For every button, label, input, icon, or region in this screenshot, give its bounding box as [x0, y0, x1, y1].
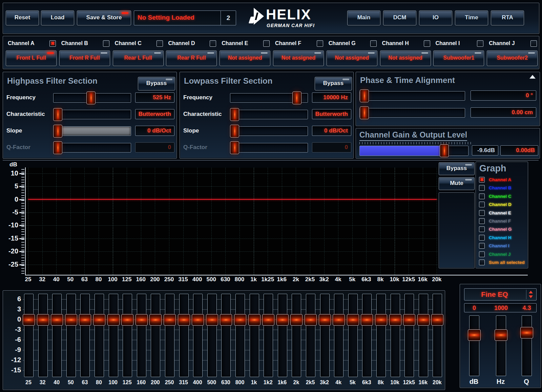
eq-band-6k3-slider[interactable] [362, 294, 372, 377]
nav-main-button[interactable]: Main [347, 11, 380, 25]
eq-band-80-handle[interactable] [93, 314, 105, 326]
lp-slope-slider[interactable] [230, 126, 308, 136]
eq-band-16k-slider[interactable] [419, 294, 428, 377]
nav-dcm-button[interactable]: DCM [383, 11, 416, 25]
eq-band-63-slider[interactable] [80, 294, 90, 377]
fine-eq-db-handle[interactable] [468, 329, 481, 341]
legend-checkbox-channel-f[interactable] [479, 218, 485, 224]
graph-bypass-button[interactable]: Bypass [439, 162, 475, 175]
eq-band-63-handle[interactable] [79, 314, 91, 326]
nav-time-button[interactable]: Time [455, 11, 488, 25]
channel-checkbox-channel-a[interactable] [49, 40, 56, 47]
eq-band-4k-handle[interactable] [333, 314, 345, 326]
eq-band-10k-handle[interactable] [389, 314, 401, 326]
eq-band-25-handle[interactable] [23, 314, 35, 326]
fine-eq-selector[interactable]: Fine EQ [464, 288, 537, 301]
channel-checkbox-channel-h[interactable] [424, 40, 430, 47]
legend-checkbox-channel-c[interactable] [479, 193, 485, 199]
channel-checkbox-channel-g[interactable] [370, 40, 377, 47]
lp-frequency-slider[interactable] [230, 93, 308, 103]
spinner-down-icon[interactable] [529, 295, 533, 298]
legend-checkbox-sum-all-selected[interactable] [479, 260, 485, 265]
eq-band-25-slider[interactable] [24, 294, 34, 377]
legend-checkbox-channel-d[interactable] [479, 202, 485, 207]
lp-q-factor-handle[interactable] [230, 141, 239, 154]
channel-assign-button-channel-c[interactable]: Rear L Full [113, 50, 164, 66]
eq-band-250-handle[interactable] [164, 314, 176, 326]
eq-band-630-slider[interactable] [221, 294, 231, 377]
nav-io-button[interactable]: IO [419, 11, 452, 25]
legend-checkbox-channel-e[interactable] [479, 210, 485, 216]
channel-assign-button-channel-f[interactable]: Not assigned [273, 50, 324, 66]
eq-band-1k-slider[interactable] [250, 294, 259, 377]
channel-checkbox-channel-b[interactable] [103, 40, 109, 47]
eq-band-400-handle[interactable] [192, 314, 204, 326]
eq-band-40-handle[interactable] [51, 314, 63, 326]
eq-band-50-slider[interactable] [66, 294, 76, 377]
eq-band-250-slider[interactable] [165, 294, 174, 377]
fine-eq-q-slider[interactable] [522, 315, 532, 376]
eq-band-1k2-slider[interactable] [264, 294, 273, 377]
eq-band-800-handle[interactable] [234, 314, 246, 326]
eq-band-20k-slider[interactable] [433, 294, 442, 377]
eq-band-16k-handle[interactable] [417, 314, 430, 326]
hp-characteristic-slider[interactable] [53, 110, 131, 119]
lp-characteristic-handle[interactable] [230, 108, 239, 121]
channel-assign-button-channel-h[interactable]: Not assigned [380, 50, 431, 66]
eq-band-125-slider[interactable] [123, 294, 132, 377]
eq-band-400-slider[interactable] [193, 294, 203, 377]
channel-checkbox-channel-d[interactable] [210, 40, 216, 47]
channel-assign-button-channel-b[interactable]: Front R Full [59, 50, 110, 66]
phase-delay-slider[interactable] [359, 108, 465, 118]
eq-band-500-slider[interactable] [207, 294, 217, 377]
hp-frequency-handle[interactable] [86, 91, 96, 104]
channel-assign-button-channel-a[interactable]: Front L Full [6, 50, 57, 66]
legend-checkbox-channel-i[interactable] [479, 243, 485, 249]
fine-eq-hz-slider[interactable] [496, 315, 506, 376]
hp-characteristic-handle[interactable] [53, 108, 62, 121]
eq-band-160-slider[interactable] [137, 294, 146, 377]
eq-band-32-handle[interactable] [37, 314, 49, 326]
eq-band-800-slider[interactable] [235, 294, 245, 377]
phase-phase-handle[interactable] [360, 89, 369, 102]
spinner-up-icon[interactable] [529, 291, 533, 293]
graph-mute-button[interactable]: Mute [439, 177, 475, 190]
nav-rta-button[interactable]: RTA [491, 11, 524, 25]
load-button[interactable]: Load [41, 11, 74, 25]
hp-q-factor-slider[interactable] [53, 143, 131, 152]
lp-slope-handle[interactable] [230, 125, 239, 138]
channel-checkbox-channel-c[interactable] [157, 40, 163, 47]
lp-characteristic-slider[interactable] [230, 110, 308, 119]
highpass-bypass-button[interactable]: Bypass [138, 77, 175, 90]
eq-band-20k-handle[interactable] [431, 314, 443, 326]
channel-checkbox-channel-j[interactable] [530, 40, 537, 47]
channel-assign-button-channel-i[interactable]: Subwoofer1 [433, 50, 484, 66]
eq-band-32-slider[interactable] [38, 294, 48, 377]
eq-band-1k6-slider[interactable] [278, 294, 287, 377]
legend-checkbox-channel-j[interactable] [479, 251, 485, 257]
fine-eq-spinner[interactable] [526, 290, 535, 299]
eq-band-50-handle[interactable] [65, 314, 77, 326]
channel-assign-button-channel-e[interactable]: Not assigned [220, 50, 270, 66]
eq-band-2k-slider[interactable] [292, 294, 301, 377]
eq-band-1k6-handle[interactable] [276, 314, 289, 326]
channel-assign-button-channel-d[interactable]: Rear R Full [166, 50, 217, 66]
eq-band-500-handle[interactable] [206, 314, 218, 326]
eq-band-1k2-handle[interactable] [262, 314, 274, 326]
eq-band-100-handle[interactable] [107, 314, 120, 326]
gain-slider[interactable] [359, 146, 468, 156]
channel-checkbox-channel-e[interactable] [263, 40, 270, 47]
hp-q-factor-handle[interactable] [53, 141, 62, 154]
eq-band-315-handle[interactable] [178, 314, 190, 326]
eq-band-315-slider[interactable] [179, 294, 189, 377]
eq-band-5k-handle[interactable] [347, 314, 359, 326]
lowpass-bypass-button[interactable]: Bypass [315, 77, 352, 90]
fine-eq-hz-handle[interactable] [495, 329, 507, 341]
fine-eq-db-slider[interactable] [469, 315, 479, 376]
eq-band-8k-handle[interactable] [375, 314, 387, 326]
eq-band-2k5-slider[interactable] [306, 294, 315, 377]
eq-band-160-handle[interactable] [136, 314, 148, 326]
eq-band-80-slider[interactable] [95, 294, 104, 377]
hp-frequency-slider[interactable] [53, 93, 131, 103]
eq-band-125-handle[interactable] [121, 314, 133, 326]
